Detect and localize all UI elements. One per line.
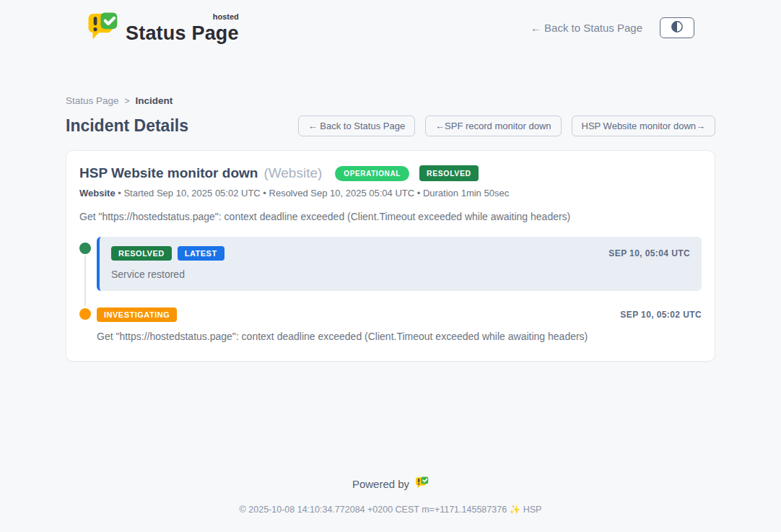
powered-by: Powered by — [352, 476, 429, 492]
back-to-status-page-link[interactable]: ← Back to Status Page — [531, 22, 642, 34]
logo[interactable]: Status Page hosted — [87, 10, 239, 45]
copyright-line: © 2025-10-08 14:10:34.772084 +0200 CEST … — [0, 504, 781, 515]
header: Status Page hosted ← Back to Status Page — [87, 0, 694, 45]
timeline-entry-header: INVESTIGATING SEP 10, 05:02 UTC — [97, 308, 702, 322]
prev-incident-button[interactable]: ←SPF record monitor down — [425, 115, 561, 136]
incident-meta-component: Website — [79, 188, 115, 199]
timeline-entry-body: INVESTIGATING SEP 10, 05:02 UTC Get "htt… — [97, 308, 702, 342]
incident-component-label: (Website) — [263, 165, 322, 181]
breadcrumb-separator: > — [125, 96, 130, 106]
title-row: Incident Details ← Back to Status Page ←… — [66, 115, 715, 136]
incident-title: HSP Website monitor down — [79, 165, 258, 181]
incident-meta-details: • Started Sep 10, 2025 05:02 UTC • Resol… — [118, 188, 509, 199]
statuspage-logo-icon — [87, 10, 118, 45]
timeline-timestamp: SEP 10, 05:04 UTC — [608, 248, 690, 258]
header-right: ← Back to Status Page — [531, 17, 694, 38]
incident-description: Get "https://hostedstatus.page": context… — [79, 211, 702, 222]
sparkles-icon: ✨ — [510, 505, 521, 515]
incident-card: HSP Website monitor down (Website) OPERA… — [66, 150, 715, 362]
brand-superscript: hosted — [213, 12, 239, 21]
incident-nav-buttons: ← Back to Status Page ←SPF record monito… — [298, 115, 715, 136]
timeline-message: Get "https://hostedstatus.page": context… — [97, 331, 702, 342]
brand-text: Status Page — [126, 22, 239, 44]
incident-meta: Website • Started Sep 10, 2025 05:02 UTC… — [79, 188, 702, 199]
operational-status-badge: OPERATIONAL — [335, 166, 409, 181]
timeline-badges: INVESTIGATING — [97, 308, 177, 322]
back-to-status-page-button[interactable]: ← Back to Status Page — [298, 115, 415, 136]
resolved-badge: RESOLVED — [111, 246, 172, 261]
resolved-status-badge: RESOLVED — [419, 165, 479, 181]
copyright-text: © 2025-10-08 14:10:34.772084 +0200 CEST … — [240, 505, 507, 515]
breadcrumb-status-page[interactable]: Status Page — [66, 95, 119, 106]
breadcrumb: Status Page > Incident — [66, 95, 715, 106]
theme-toggle-button[interactable] — [660, 17, 694, 38]
timeline-entry-header: RESOLVED LATEST SEP 10, 05:04 UTC — [111, 246, 690, 261]
next-incident-button[interactable]: HSP Website monitor down→ — [572, 115, 715, 136]
statuspage-mini-logo-icon[interactable] — [415, 476, 429, 492]
investigating-badge: INVESTIGATING — [97, 308, 177, 322]
timeline-dot-orange — [79, 308, 91, 320]
incident-title-row: HSP Website monitor down (Website) OPERA… — [79, 165, 702, 181]
latest-badge: LATEST — [178, 246, 224, 261]
timeline-entry-investigating: INVESTIGATING SEP 10, 05:02 UTC Get "htt… — [79, 308, 702, 342]
timeline-entry-resolved: RESOLVED LATEST SEP 10, 05:04 UTC Servic… — [79, 237, 702, 291]
page-title: Incident Details — [66, 116, 188, 136]
timeline-badges: RESOLVED LATEST — [111, 246, 224, 261]
powered-by-label: Powered by — [352, 478, 409, 490]
timeline-message: Service restored — [111, 269, 690, 280]
main-content: Status Page > Incident Incident Details … — [66, 95, 715, 362]
half-circle-theme-icon — [671, 20, 684, 35]
timeline-timestamp: SEP 10, 05:02 UTC — [620, 310, 702, 320]
copyright-suffix: HSP — [523, 505, 542, 515]
incident-timeline: RESOLVED LATEST SEP 10, 05:04 UTC Servic… — [79, 237, 702, 342]
brand-name: Status Page hosted — [126, 15, 239, 45]
timeline-highlight-box: RESOLVED LATEST SEP 10, 05:04 UTC Servic… — [97, 237, 702, 291]
timeline-dot-green — [79, 243, 91, 254]
breadcrumb-incident: Incident — [136, 95, 173, 106]
footer: Powered by © 2025-10-08 14:10:34.772084 … — [0, 476, 781, 515]
